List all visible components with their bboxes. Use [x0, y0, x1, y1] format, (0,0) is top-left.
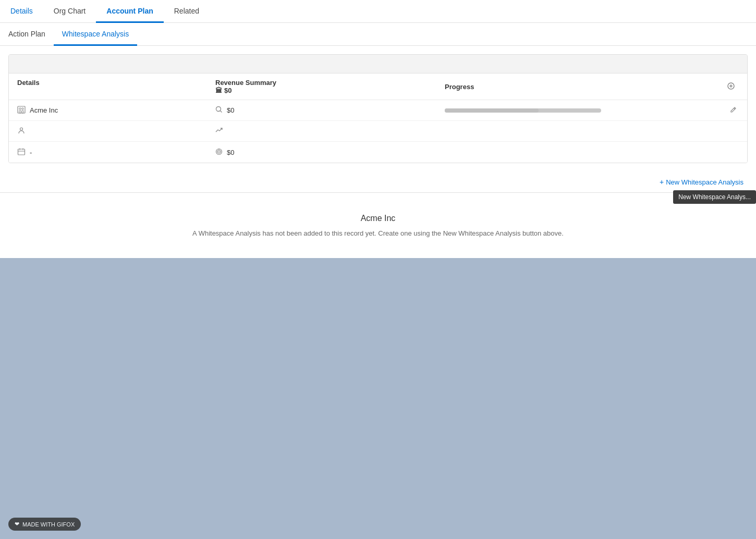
- svg-rect-6: [19, 111, 21, 113]
- new-analysis-bar: + New Whitespace Analysis New Whitespace…: [0, 172, 756, 193]
- cell-details-3: -: [9, 148, 207, 157]
- sub-tabs: Action Plan Whitespace Analysis: [0, 23, 756, 46]
- watermark: ❤ MADE WITH GIFOX: [8, 518, 81, 531]
- svg-rect-12: [18, 149, 25, 155]
- trending-icon: [215, 127, 223, 136]
- bank-icon: 🏛: [215, 87, 222, 94]
- tab-related[interactable]: Related: [164, 0, 210, 23]
- search-icon: [215, 106, 223, 115]
- col-header-revenue: Revenue Summary 🏛 $0: [207, 79, 436, 94]
- tab-org-chart[interactable]: Org Chart: [43, 0, 96, 23]
- svg-point-8: [216, 107, 221, 112]
- col-header-progress: Progress: [436, 79, 747, 94]
- revenue-value-3: $0: [227, 149, 234, 156]
- table-header-row: Details Revenue Summary 🏛 $0 Progress: [9, 74, 747, 100]
- tooltip: New Whitespace Analys...: [673, 190, 756, 204]
- svg-rect-4: [19, 108, 21, 109]
- svg-rect-5: [22, 108, 23, 109]
- tab-account-plan[interactable]: Account Plan: [96, 0, 163, 23]
- account-name: Acme Inc: [30, 106, 58, 114]
- new-whitespace-analysis-button[interactable]: + New Whitespace Analysis: [655, 176, 748, 188]
- tab-action-plan[interactable]: Action Plan: [8, 23, 54, 46]
- calendar-value: -: [30, 149, 32, 156]
- empty-state: Acme Inc A Whitespace Analysis has not b…: [0, 193, 756, 258]
- edit-icon-btn-1[interactable]: [728, 105, 739, 116]
- svg-rect-3: [18, 106, 25, 113]
- cell-revenue-2: [207, 127, 436, 136]
- revenue-summary-label: Revenue Summary: [215, 79, 276, 87]
- tab-details[interactable]: Details: [0, 0, 43, 23]
- background-area: [0, 258, 756, 539]
- plus-icon: +: [660, 178, 664, 186]
- svg-point-18: [218, 151, 220, 152]
- table-row: - $0: [9, 142, 747, 163]
- cell-progress-1: [436, 108, 747, 113]
- top-navigation: Details Org Chart Account Plan Related: [0, 0, 756, 23]
- expand-icon-btn[interactable]: [725, 81, 737, 92]
- svg-rect-7: [22, 111, 23, 113]
- cell-revenue-3: $0: [207, 148, 436, 157]
- table-row: [9, 121, 747, 142]
- watermark-icon: ❤: [15, 521, 19, 528]
- tab-whitespace-analysis[interactable]: Whitespace Analysis: [54, 23, 137, 46]
- whitespace-card: Details Revenue Summary 🏛 $0 Progress: [8, 54, 748, 163]
- cell-details-2: [9, 126, 207, 136]
- revenue-amount-header: 🏛 $0: [215, 87, 231, 94]
- target-icon: [215, 148, 223, 157]
- table-row: Acme Inc $0: [9, 100, 747, 121]
- empty-title: Acme Inc: [8, 214, 748, 223]
- main-content: Action Plan Whitespace Analysis Details …: [0, 23, 756, 258]
- progress-fill-1: [445, 108, 539, 113]
- svg-point-11: [20, 128, 23, 130]
- svg-line-9: [221, 111, 222, 113]
- card-header-bar: [9, 55, 747, 74]
- cell-revenue-1: $0: [207, 106, 436, 115]
- progress-track-1: [445, 108, 601, 113]
- col-header-details: Details: [9, 79, 207, 94]
- svg-line-10: [734, 108, 735, 109]
- empty-message: A Whitespace Analysis has not been added…: [8, 229, 748, 237]
- calendar-icon: [17, 148, 26, 157]
- table-section: Details Revenue Summary 🏛 $0 Progress: [9, 74, 747, 163]
- person-icon: [17, 126, 26, 136]
- revenue-value-1: $0: [227, 106, 234, 114]
- cell-details-1: Acme Inc: [9, 105, 207, 115]
- building-icon: [17, 105, 26, 115]
